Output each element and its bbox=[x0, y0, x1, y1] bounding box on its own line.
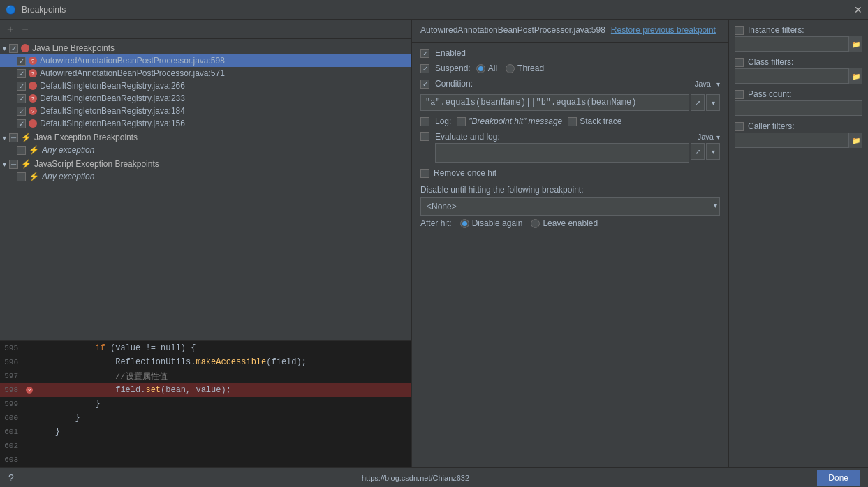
bp-item-266[interactable]: DefaultSingletonBeanRegistry.java:266 bbox=[0, 80, 411, 92]
bp-184-icon: ? bbox=[29, 107, 37, 115]
bp-233-checkbox[interactable] bbox=[17, 94, 26, 103]
suspend-row: Suspend: All Thread bbox=[420, 63, 720, 73]
js-exception-icon: ⚡ bbox=[21, 159, 31, 169]
evaluate-input[interactable] bbox=[435, 143, 689, 163]
caller-filter-folder-button[interactable]: 📁 bbox=[848, 133, 862, 148]
bp-266-icon bbox=[29, 82, 37, 90]
breakpoint-hit-label: "Breakpoint hit" message bbox=[469, 117, 562, 126]
suspend-thread-option[interactable]: Thread bbox=[506, 63, 544, 73]
js-exception-checkbox[interactable] bbox=[9, 160, 18, 169]
bp-156-label: DefaultSingletonBeanRegistry.java:156 bbox=[40, 119, 185, 128]
java-exception-icon: ⚡ bbox=[21, 133, 31, 142]
java-exception-checkbox[interactable] bbox=[9, 133, 18, 142]
bp-598-checkbox[interactable] bbox=[17, 57, 26, 66]
code-line-601: 601 } bbox=[0, 425, 411, 439]
breakpoint-hit-option: "Breakpoint hit" message bbox=[457, 117, 562, 126]
condition-label: Condition: bbox=[435, 79, 473, 89]
expand-evaluate-button[interactable]: ⤢ bbox=[691, 143, 705, 160]
class-filter-row: Class filters: 📁 bbox=[735, 57, 862, 84]
disable-again-radio[interactable] bbox=[460, 219, 469, 228]
add-breakpoint-button[interactable]: + bbox=[6, 23, 15, 36]
suspend-thread-radio[interactable] bbox=[506, 64, 515, 73]
leave-enabled-radio[interactable] bbox=[531, 219, 540, 228]
enabled-checkbox[interactable] bbox=[420, 49, 429, 58]
class-filter-checkbox[interactable] bbox=[735, 58, 744, 67]
disable-dropdown[interactable]: <None> bbox=[420, 197, 720, 216]
breakpoint-hit-checkbox[interactable] bbox=[457, 117, 466, 126]
bp-598-code-icon: ? bbox=[26, 387, 33, 394]
evaluate-checkbox[interactable] bbox=[420, 132, 429, 141]
stack-trace-checkbox[interactable] bbox=[568, 117, 577, 126]
bp-item-233[interactable]: ? DefaultSingletonBeanRegistry.java:233 bbox=[0, 92, 411, 105]
suspend-all-radio[interactable] bbox=[476, 64, 485, 73]
class-filter-folder-button[interactable]: 📁 bbox=[848, 68, 862, 84]
js-exception-group: ▾ ⚡ JavaScript Exception Breakpoints ⚡ A… bbox=[0, 158, 411, 183]
left-toolbar: + − bbox=[0, 20, 411, 39]
bp-item-571[interactable]: ? AutowiredAnnotationBeanPostProcessor.j… bbox=[0, 67, 411, 80]
caller-filter-checkbox[interactable] bbox=[735, 122, 744, 131]
after-hit-label: After hit: bbox=[420, 218, 452, 228]
condition-checkbox[interactable] bbox=[420, 80, 429, 89]
remove-breakpoint-button[interactable]: − bbox=[20, 23, 29, 36]
disable-again-option[interactable]: Disable again bbox=[460, 218, 523, 228]
instance-filter-label: Instance filters: bbox=[748, 25, 804, 35]
java-line-checkbox[interactable] bbox=[9, 44, 18, 53]
instance-filter-checkbox[interactable] bbox=[735, 26, 744, 35]
close-button[interactable]: ✕ bbox=[854, 4, 862, 15]
chevron-down-icon-2: ▾ bbox=[3, 134, 6, 142]
disable-again-label: Disable again bbox=[472, 218, 523, 228]
java-exception-group-header[interactable]: ▾ ⚡ Java Exception Breakpoints bbox=[0, 131, 411, 144]
restore-link[interactable]: Restore previous breakpoint bbox=[611, 25, 716, 35]
log-label: Log: bbox=[435, 117, 451, 126]
bp-266-checkbox[interactable] bbox=[17, 82, 26, 91]
java-line-group-header[interactable]: ▾ Java Line Breakpoints bbox=[0, 42, 411, 54]
code-line-598: 598 ? field.set(bean, value); bbox=[0, 383, 411, 397]
leave-enabled-option[interactable]: Leave enabled bbox=[531, 218, 598, 228]
enabled-row: Enabled bbox=[420, 48, 720, 58]
class-filter-label: Class filters: bbox=[748, 57, 793, 67]
caller-filter-row: Caller filters: 📁 bbox=[735, 121, 862, 148]
remove-hit-row: Remove once hit bbox=[420, 168, 720, 178]
pass-count-checkbox[interactable] bbox=[735, 90, 744, 99]
condition-java-label: Java bbox=[695, 80, 711, 88]
log-checkbox[interactable] bbox=[420, 117, 429, 126]
pass-count-input[interactable] bbox=[735, 100, 862, 116]
js-exception-any[interactable]: ⚡ Any exception bbox=[0, 170, 411, 183]
instance-filter-folder-button[interactable]: 📁 bbox=[848, 36, 862, 52]
expand-condition-button[interactable]: ⤢ bbox=[691, 94, 705, 111]
instance-filter-input[interactable] bbox=[735, 36, 862, 52]
stack-trace-label: Stack trace bbox=[580, 117, 621, 126]
code-line-595: 595 if (value != null) { bbox=[0, 341, 411, 355]
suspend-checkbox[interactable] bbox=[420, 64, 429, 73]
js-exception-group-header[interactable]: ▾ ⚡ JavaScript Exception Breakpoints bbox=[0, 158, 411, 170]
bp-item-156[interactable]: DefaultSingletonBeanRegistry.java:156 bbox=[0, 117, 411, 130]
expand-condition-button2[interactable]: ▾ bbox=[706, 94, 720, 111]
bp-233-icon: ? bbox=[29, 94, 37, 103]
evaluate-java-label: Java bbox=[698, 133, 714, 141]
evaluate-input-wrap: Evaluate and log: Java ▾ ⤢ ▾ bbox=[435, 132, 720, 163]
caller-filter-input[interactable] bbox=[735, 133, 862, 148]
done-button[interactable]: Done bbox=[817, 470, 860, 486]
bp-156-checkbox[interactable] bbox=[17, 119, 26, 128]
js-exception-any-checkbox[interactable] bbox=[17, 172, 26, 181]
bp-571-label: AutowiredAnnotationBeanPostProcessor.jav… bbox=[40, 68, 225, 78]
class-filter-header: Class filters: bbox=[735, 57, 862, 67]
suspend-thread-label: Thread bbox=[517, 63, 544, 73]
bp-item-184[interactable]: ? DefaultSingletonBeanRegistry.java:184 bbox=[0, 105, 411, 117]
disable-dropdown-wrap: <None> ▾ bbox=[420, 197, 720, 216]
help-button[interactable]: ? bbox=[8, 472, 14, 484]
bp-184-checkbox[interactable] bbox=[17, 107, 26, 116]
bp-571-checkbox[interactable] bbox=[17, 69, 26, 78]
expand-evaluate-button2[interactable]: ▾ bbox=[706, 143, 720, 160]
bp-item-598[interactable]: ? AutowiredAnnotationBeanPostProcessor.j… bbox=[0, 54, 411, 67]
java-exception-any-checkbox[interactable] bbox=[17, 146, 26, 155]
class-filter-input[interactable] bbox=[735, 68, 862, 84]
suspend-all-option[interactable]: All bbox=[476, 63, 497, 73]
java-exception-any[interactable]: ⚡ Any exception bbox=[0, 144, 411, 156]
left-panel: + − ▾ Java Line Breakpoints ? AutowiredA… bbox=[0, 20, 412, 487]
java-exception-any-label: Any exception bbox=[42, 145, 94, 155]
bp-233-label: DefaultSingletonBeanRegistry.java:233 bbox=[40, 93, 185, 103]
condition-input[interactable] bbox=[420, 94, 689, 111]
filters-panel: Instance filters: 📁 Class filters: 📁 bbox=[728, 20, 868, 487]
remove-hit-checkbox[interactable] bbox=[420, 169, 429, 178]
